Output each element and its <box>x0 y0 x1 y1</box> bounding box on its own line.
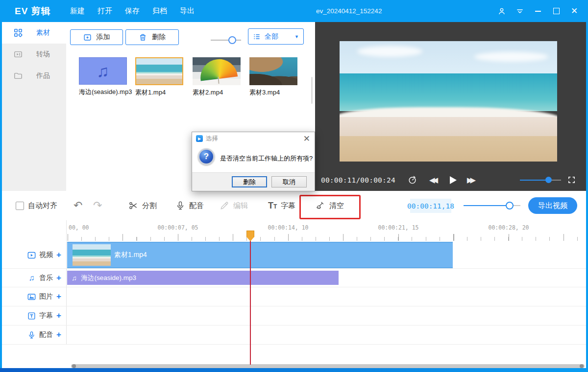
minimize-button[interactable] <box>533 6 543 16</box>
close-button[interactable]: ✕ <box>569 6 579 16</box>
microphone-icon <box>175 201 185 210</box>
library-item-video1[interactable]: 素材1.mp4 <box>135 57 183 97</box>
timeline-horizontal-scrollbar[interactable] <box>71 364 585 368</box>
text-tt-icon: TT <box>268 201 277 211</box>
ruler-label: 00:00:07, 05 <box>157 224 198 231</box>
volume-knob[interactable] <box>545 177 552 183</box>
speed-clock-icon[interactable] <box>408 169 417 191</box>
library-item-audio[interactable]: ♫ 海边(seaside).mp3 <box>79 57 132 96</box>
sidebar-item-transitions[interactable]: 转场 <box>2 44 66 65</box>
music-note-icon: ♫ <box>72 274 77 282</box>
clip-name: 海边(seaside).mp3 <box>81 274 137 282</box>
transition-icon <box>14 50 23 59</box>
subtitle-track-icon <box>27 312 36 320</box>
track-music: ♫ 音乐 + ♫ 海边(seaside).mp3 <box>2 269 586 287</box>
delete-material-button[interactable]: 删除 <box>125 29 179 45</box>
trash-icon <box>139 33 147 42</box>
menu-archive[interactable]: 归档 <box>152 6 167 16</box>
clear-button[interactable]: 清空 <box>316 191 344 220</box>
cloud-graphic <box>357 46 422 57</box>
track-label: 视频 <box>39 251 53 259</box>
auto-align-toggle[interactable]: 自动对齐 <box>16 191 57 220</box>
track-lane-subtitle[interactable] <box>67 306 586 325</box>
add-to-track-button[interactable]: + <box>56 273 61 283</box>
audio-thumbnail[interactable]: ♫ <box>79 57 127 85</box>
dialog-message: 是否清空当前工作轴上的所有项? <box>220 145 313 172</box>
folder-icon <box>14 71 23 80</box>
track-header-subtitle: 字幕 + <box>2 306 67 325</box>
skin-menu-icon[interactable] <box>515 6 525 16</box>
confirm-dialog: ▶ 选择 ✕ ? 是否清空当前工作轴上的所有项? 删除 取消 <box>192 132 315 191</box>
dialog-title-bar[interactable]: ▶ 选择 ✕ <box>192 132 315 145</box>
library-item-video3[interactable]: 素材3.mp4 <box>249 57 297 97</box>
add-to-track-button[interactable]: + <box>56 292 61 302</box>
user-icon[interactable] <box>497 6 507 16</box>
track-header-video: 视频 + <box>2 242 67 268</box>
auto-align-checkbox[interactable] <box>16 202 24 210</box>
app-logo: EV 剪辑 <box>15 0 51 22</box>
add-to-track-button[interactable]: + <box>56 330 61 340</box>
timeline-clip-video[interactable]: 素材1.mp4 <box>67 242 453 268</box>
redo-button[interactable]: ↷ <box>93 191 102 220</box>
fullscreen-icon[interactable] <box>567 169 576 191</box>
grid-icon <box>14 28 23 37</box>
video-thumbnail[interactable] <box>193 57 241 85</box>
sidebar-item-works[interactable]: 作品 <box>2 65 66 87</box>
video-thumbnail-selected[interactable] <box>135 57 183 85</box>
main-menu: 新建 打开 保存 归档 导出 <box>70 0 195 22</box>
track-lane-image[interactable] <box>67 287 586 306</box>
filter-dropdown[interactable]: 全部 ▼ <box>248 28 304 45</box>
timeline-clip-audio[interactable]: ♫ 海边(seaside).mp3 <box>67 271 339 285</box>
current-time-display: 00:00:11,18 <box>410 199 451 213</box>
beach-dry-sand <box>340 136 557 162</box>
timeline-panel: 00, 00 00:00:07, 05 00:00:14, 10 00:00:2… <box>2 220 586 368</box>
add-to-track-button[interactable]: + <box>56 250 61 260</box>
video-thumbnail[interactable] <box>249 57 297 85</box>
thumbnail-size-slider-knob[interactable] <box>228 36 236 44</box>
sidebar-item-label: 转场 <box>36 50 50 59</box>
menu-save[interactable]: 保存 <box>125 6 140 16</box>
timeline-zoom-knob[interactable] <box>506 202 514 209</box>
track-label: 字幕 <box>39 311 53 320</box>
timeline-ruler[interactable]: 00, 00 00:00:07, 05 00:00:14, 10 00:00:2… <box>66 220 587 241</box>
menu-new[interactable]: 新建 <box>70 6 85 16</box>
thumbnail-size-slider[interactable] <box>211 40 241 41</box>
library-scrollbar[interactable] <box>311 77 313 104</box>
microphone-track-icon <box>27 331 36 339</box>
track-lane-music[interactable]: ♫ 海边(seaside).mp3 <box>67 269 586 287</box>
subtitle-button[interactable]: TT 字幕 <box>268 191 295 220</box>
track-image: 图片 + <box>2 287 586 306</box>
track-header-image: 图片 + <box>2 287 67 306</box>
track-subtitle: 字幕 + <box>2 306 586 326</box>
sidebar-item-materials[interactable]: 素材 <box>2 22 66 44</box>
split-button[interactable]: 分割 <box>128 191 157 220</box>
ruler-label: 00:00:14, 10 <box>268 224 308 231</box>
menu-open[interactable]: 打开 <box>98 6 112 16</box>
play-icon[interactable] <box>450 169 457 191</box>
edit-button[interactable]: 编辑 <box>220 191 248 220</box>
title-bar: EV 剪辑 新建 打开 保存 归档 导出 ev_20240412_152242 … <box>0 0 588 22</box>
add-material-button[interactable]: 添加 <box>70 29 123 45</box>
dialog-close-icon[interactable]: ✕ <box>303 134 310 144</box>
music-track-icon: ♫ <box>27 274 36 282</box>
add-to-track-button[interactable]: + <box>56 311 61 321</box>
library-item-video2[interactable]: 素材2.mp4 <box>193 57 241 97</box>
dialog-cancel-button[interactable]: 取消 <box>271 176 307 187</box>
track-lane-video[interactable]: 素材1.mp4 <box>67 242 586 268</box>
ruler-major-ticks <box>68 234 587 241</box>
dub-button[interactable]: 配音 <box>175 191 204 220</box>
maximize-button[interactable] <box>551 6 561 16</box>
rewind-icon[interactable]: ◀◀ <box>429 169 438 191</box>
fast-forward-icon[interactable]: ▶▶ <box>467 169 476 191</box>
split-label: 分割 <box>142 201 157 210</box>
undo-button[interactable]: ↶ <box>74 191 82 220</box>
menu-export[interactable]: 导出 <box>180 6 195 16</box>
cloud-graphic <box>474 52 548 62</box>
video-frame[interactable] <box>340 41 557 162</box>
track-header-music: ♫ 音乐 + <box>2 269 67 287</box>
project-title: ev_20240412_152242 <box>316 0 382 22</box>
export-video-button[interactable]: 导出视频 <box>528 197 577 214</box>
dialog-confirm-button[interactable]: 删除 <box>232 176 267 187</box>
track-voiceover: 配音 + <box>2 326 586 345</box>
track-lane-voiceover[interactable] <box>67 326 586 344</box>
